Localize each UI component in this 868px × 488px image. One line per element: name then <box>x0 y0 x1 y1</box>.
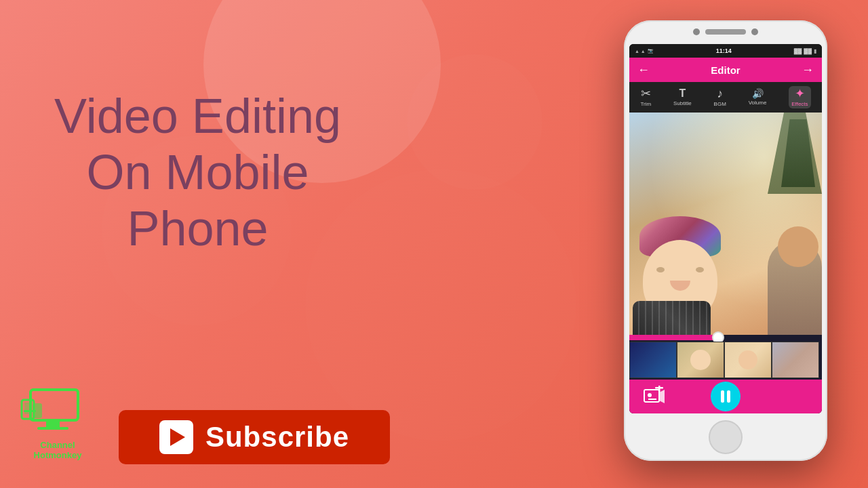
title-line3: Phone <box>54 201 341 257</box>
status-time: 11:14 <box>716 47 732 54</box>
trim-label: Trim <box>640 101 651 107</box>
subscribe-button[interactable]: Subscribe <box>119 410 390 464</box>
svg-rect-1 <box>46 420 60 427</box>
bottom-bar <box>629 380 822 413</box>
add-photo-button[interactable] <box>643 386 665 407</box>
youtube-play-icon <box>159 420 193 454</box>
status-icons-right: ▓▓ ▓▓ ▮ <box>794 48 816 54</box>
phone-notch <box>693 28 758 35</box>
editor-toolbar: ✂ Trim T Subtitle ♪ BGM 🔊 Volume ✦ Ef <box>629 82 822 113</box>
channel-name: Channel Hotmonkey <box>34 440 82 461</box>
svg-rect-6 <box>24 410 36 412</box>
phone-mockup: ▲ ▲ 📷 11:14 ▓▓ ▓▓ ▮ ← Editor → ✂ <box>624 20 827 461</box>
editor-header: ← Editor → <box>629 58 822 82</box>
volume-tool[interactable]: 🔊 Volume <box>749 89 767 106</box>
channel-logo: Channel Hotmonkey <box>20 386 95 461</box>
thumbnail-strip <box>629 340 822 380</box>
signal-icon: ▓▓ <box>804 48 812 54</box>
thumbnail-1[interactable] <box>629 342 677 378</box>
main-title: Video Editing On Mobile Phone <box>54 88 341 256</box>
subtitle-icon: T <box>679 88 686 99</box>
title-line2: On Mobile <box>54 144 341 201</box>
effects-tool[interactable]: ✦ Effects <box>789 86 810 108</box>
home-button[interactable] <box>709 420 743 454</box>
trim-icon: ✂ <box>641 87 651 100</box>
phone-body: ▲ ▲ 📷 11:14 ▓▓ ▓▓ ▮ ← Editor → ✂ <box>624 20 827 461</box>
status-icons-left: ▲ ▲ 📷 <box>635 48 654 54</box>
phone-speaker <box>705 29 746 35</box>
scrubber-bar[interactable] <box>629 335 822 340</box>
subscribe-label: Subscribe <box>205 421 349 453</box>
volume-label: Volume <box>749 100 767 106</box>
editor-title: Editor <box>711 64 740 76</box>
video-scene <box>629 113 822 335</box>
wifi-icon: ▓▓ <box>794 48 802 54</box>
thumbnail-3[interactable] <box>724 342 772 378</box>
trim-tool[interactable]: ✂ Trim <box>640 87 651 107</box>
battery-icon: ▮ <box>814 48 816 54</box>
bgm-label: BGM <box>714 101 726 107</box>
effects-icon: ✦ <box>795 87 805 100</box>
pause-icon <box>721 390 730 403</box>
bgm-tool[interactable]: ♪ BGM <box>714 87 726 107</box>
video-preview <box>629 113 822 335</box>
svg-rect-2 <box>37 427 68 430</box>
volume-icon: 🔊 <box>752 89 764 98</box>
scrubber-progress <box>629 335 716 340</box>
play-pause-button[interactable] <box>711 382 741 411</box>
svg-rect-7 <box>644 390 659 402</box>
bgm-icon: ♪ <box>717 87 723 100</box>
pause-bar-left <box>721 390 724 403</box>
thumbnail-2[interactable] <box>677 342 724 378</box>
svg-point-9 <box>648 393 652 397</box>
status-bar: ▲ ▲ 📷 11:14 ▓▓ ▓▓ ▮ <box>629 44 822 58</box>
front-camera <box>693 28 700 35</box>
title-line1: Video Editing <box>54 88 341 144</box>
effects-label: Effects <box>791 101 808 107</box>
channel-icon <box>20 386 95 437</box>
phone-sensor <box>751 28 758 35</box>
thumbnail-4[interactable] <box>772 342 819 378</box>
forward-arrow[interactable]: → <box>802 63 814 77</box>
svg-rect-4 <box>24 403 31 414</box>
subtitle-tool[interactable]: T Subtitle <box>673 88 692 106</box>
pause-bar-right <box>727 390 730 403</box>
phone-screen: ▲ ▲ 📷 11:14 ▓▓ ▓▓ ▮ ← Editor → ✂ <box>629 44 822 413</box>
back-arrow[interactable]: ← <box>637 63 650 77</box>
subtitle-label: Subtitle <box>673 100 692 106</box>
svg-rect-13 <box>658 386 660 392</box>
